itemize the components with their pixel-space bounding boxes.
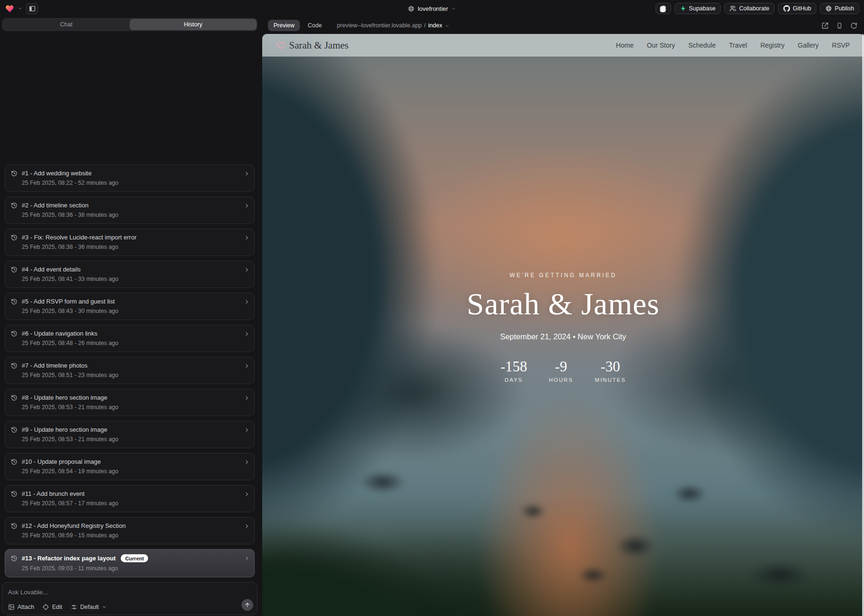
settings-button[interactable] — [656, 3, 671, 14]
history-item-timestamp: 25 Feb 2025, 08:53 - 21 minutes ago — [22, 404, 240, 411]
chevron-down-icon — [102, 605, 107, 609]
supabase-button[interactable]: Supabase — [675, 3, 721, 14]
sliders-icon — [71, 604, 77, 610]
history-item-title: #5 - Add RSVP form and guest list — [22, 298, 115, 305]
wedding-nav-link[interactable]: Gallery — [798, 41, 819, 49]
history-item-timestamp: 25 Feb 2025, 08:53 - 21 minutes ago — [22, 436, 240, 443]
history-item[interactable]: #2 - Add timeline section 25 Feb 2025, 0… — [5, 197, 255, 224]
chevron-right-icon[interactable] — [244, 363, 250, 369]
history-item[interactable]: #1 - Add wedding website 25 Feb 2025, 08… — [5, 164, 255, 192]
history-restore-icon — [11, 202, 17, 209]
history-item-title: #2 - Add timeline section — [22, 202, 89, 209]
tab-chat[interactable]: Chat — [3, 19, 130, 30]
chevron-right-icon[interactable] — [244, 523, 250, 529]
chevron-right-icon[interactable] — [244, 299, 250, 305]
history-item[interactable]: #10 - Update proposal image 25 Feb 2025,… — [5, 453, 255, 480]
history-item[interactable]: #8 - Update hero section image 25 Feb 20… — [5, 389, 255, 416]
refresh-icon — [850, 22, 857, 29]
history-restore-icon — [11, 491, 17, 497]
history-item[interactable]: #12 - Add Honeyfund Registry Section 25 … — [5, 517, 255, 544]
panel-left-icon — [29, 5, 36, 12]
history-item[interactable]: #11 - Add brunch event 25 Feb 2025, 08:5… — [5, 485, 255, 512]
history-restore-icon — [11, 298, 17, 305]
wedding-nav-link[interactable]: Home — [616, 41, 633, 49]
wedding-nav-link[interactable]: Schedule — [688, 41, 715, 49]
wedding-nav: HomeOur StoryScheduleTravelRegistryGalle… — [616, 41, 850, 49]
publish-globe-icon — [825, 5, 832, 12]
attach-button[interactable]: Attach — [8, 604, 34, 610]
history-restore-icon — [11, 330, 17, 337]
edit-select-button[interactable]: Edit — [42, 604, 62, 610]
preview-scrollbar[interactable] — [862, 34, 864, 616]
sidebar-toggle-button[interactable] — [26, 3, 38, 14]
mobile-view-button[interactable] — [836, 22, 843, 29]
publish-button[interactable]: Publish — [820, 3, 859, 14]
history-item-title: #11 - Add brunch event — [22, 490, 84, 497]
history-item[interactable]: #6 - Update navigation links 25 Feb 2025… — [5, 325, 255, 352]
hero-title: Sarah & James — [467, 286, 660, 322]
tab-code[interactable]: Code — [302, 20, 327, 31]
history-item-timestamp: 25 Feb 2025, 08:51 - 23 minutes ago — [22, 372, 240, 378]
wedding-nav-link[interactable]: RSVP — [832, 41, 850, 49]
lovable-logo-heart-icon[interactable] — [5, 4, 15, 13]
refresh-button[interactable] — [850, 22, 857, 29]
external-link-icon — [822, 22, 829, 29]
history-list: #1 - Add wedding website 25 Feb 2025, 08… — [0, 164, 259, 577]
history-item[interactable]: #9 - Update hero section image 25 Feb 20… — [5, 421, 255, 448]
chevron-right-icon[interactable] — [244, 171, 250, 177]
chevron-right-icon[interactable] — [244, 203, 250, 209]
chevron-right-icon[interactable] — [244, 235, 250, 241]
wedding-nav-link[interactable]: Registry — [760, 41, 784, 49]
github-button[interactable]: GitHub — [778, 3, 816, 14]
wedding-nav-link[interactable]: Travel — [729, 41, 747, 49]
history-item[interactable]: #3 - Fix: Resolve Lucide-react import er… — [5, 229, 255, 256]
history-item-timestamp: 25 Feb 2025, 09:03 - 11 minutes ago — [22, 565, 240, 572]
history-item-title: #3 - Fix: Resolve Lucide-react import er… — [22, 234, 136, 241]
ask-lovable-input[interactable] — [8, 589, 206, 596]
countdown-label: HOURS — [549, 377, 573, 383]
heart-icon — [276, 41, 285, 49]
history-item[interactable]: #5 - Add RSVP form and guest list 25 Feb… — [5, 293, 255, 320]
history-item-timestamp: 25 Feb 2025, 08:57 - 17 minutes ago — [22, 500, 240, 507]
history-item-title: #12 - Add Honeyfund Registry Section — [22, 522, 125, 529]
project-switcher[interactable]: lovefrontier — [408, 5, 456, 12]
url-chevron-down-icon — [445, 24, 449, 28]
history-item[interactable]: #7 - Add timeline photos 25 Feb 2025, 08… — [5, 357, 255, 384]
tab-preview[interactable]: Preview — [268, 20, 300, 31]
send-button[interactable] — [241, 599, 253, 611]
collaborate-button[interactable]: Collaborate — [724, 3, 774, 14]
chevron-right-icon[interactable] — [244, 459, 250, 465]
wedding-brand-name: Sarah & James — [289, 40, 349, 51]
chevron-right-icon[interactable] — [244, 267, 250, 273]
mode-default-dropdown[interactable]: Default — [71, 604, 107, 610]
chevron-right-icon[interactable] — [244, 555, 250, 561]
wedding-brand[interactable]: Sarah & James — [276, 40, 349, 51]
preview-panel: Preview Code preview--lovefrontier.lovab… — [261, 17, 864, 616]
open-in-new-tab-button[interactable] — [822, 22, 829, 29]
history-item-title: #13 - Refactor index page layout — [22, 555, 116, 562]
history-item-timestamp: 25 Feb 2025, 08:54 - 19 minutes ago — [22, 468, 240, 475]
countdown-label: DAYS — [500, 377, 527, 383]
chat-history-panel: Chat History #1 - Add wedding website 25… — [0, 17, 259, 616]
history-item-timestamp: 25 Feb 2025, 08:22 - 52 minutes ago — [22, 180, 240, 186]
arrow-up-icon — [244, 602, 250, 608]
history-item[interactable]: #13 - Refactor index page layout Current… — [5, 549, 255, 577]
history-item-title: #6 - Update navigation links — [22, 330, 97, 337]
countdown-unit: -158 DAYS — [500, 358, 527, 383]
history-item-timestamp: 25 Feb 2025, 08:43 - 30 minutes ago — [22, 308, 240, 314]
wedding-nav-link[interactable]: Our Story — [647, 41, 675, 49]
preview-url-host: preview--lovefrontier.lovable.app — [337, 22, 422, 29]
preview-url[interactable]: preview--lovefrontier.lovable.app / inde… — [337, 22, 449, 29]
workspace-chevron-down-icon[interactable] — [18, 6, 23, 11]
chevron-right-icon[interactable] — [244, 331, 250, 337]
chevron-right-icon[interactable] — [244, 491, 250, 497]
chevron-right-icon[interactable] — [244, 427, 250, 433]
history-item[interactable]: #4 - Add event details 25 Feb 2025, 08:4… — [5, 261, 255, 288]
history-restore-icon — [11, 234, 17, 241]
current-badge: Current — [121, 554, 148, 562]
smartphone-icon — [836, 22, 843, 29]
history-restore-icon — [11, 427, 17, 433]
countdown-unit: -9 HOURS — [549, 358, 573, 383]
tab-history[interactable]: History — [130, 19, 257, 30]
chevron-right-icon[interactable] — [244, 395, 250, 401]
